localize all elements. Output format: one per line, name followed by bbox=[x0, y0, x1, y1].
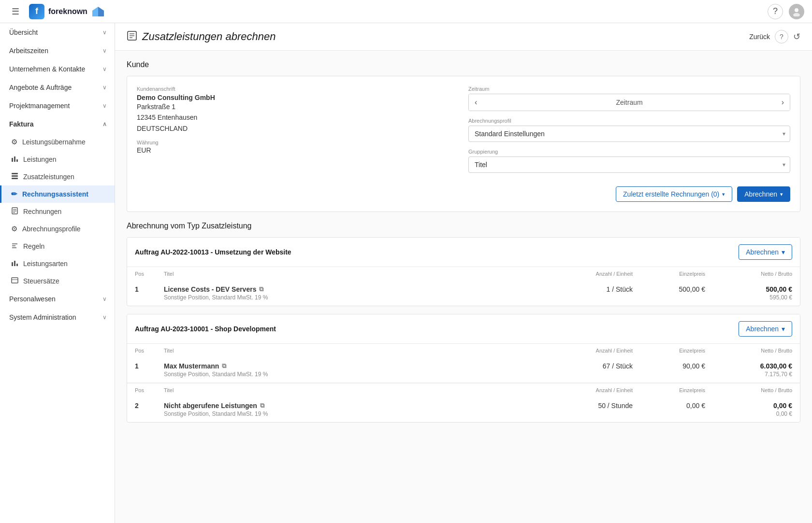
card-footer: Zuletzt erstellte Rechnungen (0) ▾ Abrec… bbox=[137, 181, 790, 202]
tax-icon bbox=[11, 277, 18, 285]
sidebar-item-label: Übersicht bbox=[9, 28, 38, 36]
sidebar-item-arbeitszeiten[interactable]: Arbeitszeiten ∨ bbox=[0, 42, 115, 60]
sidebar-item-personalwesen[interactable]: Personalwesen ∨ bbox=[0, 290, 115, 308]
svg-rect-17 bbox=[12, 262, 13, 266]
customer-street: Parkstraße 1 bbox=[137, 101, 459, 112]
sidebar-sub-label: Rechnungsassistent bbox=[22, 190, 88, 198]
period-prev-button[interactable]: ‹ bbox=[469, 94, 483, 111]
item-quantity: 67 / Stück bbox=[546, 362, 633, 370]
svg-marker-1 bbox=[92, 7, 98, 16]
order-header-1: Auftrag AU-2022-10013 - Umsetzung der We… bbox=[127, 238, 800, 267]
grouping-label: Gruppierung bbox=[468, 149, 790, 155]
pencil-icon: ✏ bbox=[11, 190, 17, 198]
item-title: Max Mustermann ⧉ bbox=[164, 362, 546, 370]
sidebar-item-label: Angebote & Aufträge bbox=[9, 84, 72, 91]
sidebar-item-label: Projektmanagement bbox=[9, 102, 70, 110]
item-total: 0,00 € 0,00 € bbox=[705, 402, 792, 417]
sidebar-item-label: Arbeitszeiten bbox=[9, 47, 48, 55]
item-subtitle: Sonstige Position, Standard MwSt. 19 % bbox=[164, 294, 546, 301]
help-button[interactable]: ? bbox=[768, 4, 783, 19]
col-title-header: Titel bbox=[164, 348, 546, 353]
bill-button[interactable]: Abrechnen ▾ bbox=[737, 186, 790, 202]
chevron-up-icon: ∧ bbox=[102, 121, 107, 127]
page-help-button[interactable]: ? bbox=[775, 30, 788, 43]
sidebar: Übersicht ∨ Arbeitszeiten ∨ Unternehmen … bbox=[0, 23, 115, 523]
item-total: 6.030,00 € 7.175,70 € bbox=[705, 362, 792, 378]
item-gross: 595,00 € bbox=[705, 294, 792, 301]
sidebar-sub-label: Regeln bbox=[23, 242, 44, 250]
table-icon bbox=[11, 172, 18, 181]
sidebar-item-faktura[interactable]: Faktura ∧ bbox=[0, 115, 115, 133]
copy-icon[interactable]: ⧉ bbox=[259, 285, 263, 293]
svg-rect-6 bbox=[16, 159, 18, 162]
sidebar-item-system-administration[interactable]: System Administration ∨ bbox=[0, 308, 115, 326]
grouping-select[interactable]: Titel bbox=[468, 156, 790, 173]
order-2-col-headers-2: Pos Titel Anzahl / Einheit Einzelpreis N… bbox=[127, 383, 800, 397]
order-header-2: Auftrag AU-2023-10001 - Shop Development… bbox=[127, 314, 800, 344]
sidebar-item-zusatzleistungen[interactable]: Zusatzleistungen bbox=[0, 168, 115, 185]
user-avatar[interactable] bbox=[789, 4, 804, 19]
order-1-col-headers: Pos Titel Anzahl / Einheit Einzelpreis N… bbox=[127, 267, 800, 281]
item-title-block: Nicht abgerufene Leistungen ⧉ Sonstige P… bbox=[164, 402, 546, 417]
period-next-button[interactable]: › bbox=[776, 94, 790, 111]
svg-marker-0 bbox=[98, 7, 104, 16]
item-pos: 1 bbox=[135, 285, 164, 293]
sidebar-item-steuersatze[interactable]: Steuersätze bbox=[0, 272, 115, 290]
dropdown-chevron-icon: ▾ bbox=[780, 191, 783, 198]
sidebar-item-ubersicht[interactable]: Übersicht ∨ bbox=[0, 23, 115, 42]
currency-label: Währung bbox=[137, 140, 459, 145]
col-pos-header: Pos bbox=[135, 348, 164, 353]
item-net: 0,00 € bbox=[705, 402, 792, 410]
chevron-down-icon: ∨ bbox=[102, 47, 107, 54]
dropdown-chevron-icon: ▾ bbox=[782, 248, 785, 256]
sidebar-item-leistungsarten[interactable]: Leistungsarten bbox=[0, 255, 115, 272]
copy-icon[interactable]: ⧉ bbox=[260, 402, 264, 410]
sidebar-item-rechnungsassistent[interactable]: ✏ Rechnungsassistent bbox=[0, 185, 115, 203]
item-title: License Costs - DEV Servers ⧉ bbox=[164, 285, 546, 293]
menu-button[interactable]: ☰ bbox=[8, 4, 23, 19]
billing-profile-label: Abrechnungsprofil bbox=[468, 118, 790, 124]
page-refresh-button[interactable]: ↺ bbox=[793, 31, 800, 42]
sidebar-sub-label: Abrechnungsprofile bbox=[22, 225, 81, 233]
svg-rect-9 bbox=[12, 178, 18, 179]
billing-profile-section: Abrechnungsprofil Standard Einstellungen bbox=[468, 118, 790, 142]
billing-profile-wrapper: Standard Einstellungen bbox=[468, 126, 790, 142]
sidebar-item-leistungen[interactable]: Leistungen bbox=[0, 151, 115, 168]
sidebar-sub-label: Leistungen bbox=[23, 155, 57, 163]
order-bill-button-1[interactable]: Abrechnen ▾ bbox=[739, 244, 792, 260]
order-bill-button-2[interactable]: Abrechnen ▾ bbox=[739, 321, 792, 337]
col-netgross-header: Netto / Brutto bbox=[705, 387, 792, 393]
item-total: 500,00 € 595,00 € bbox=[705, 285, 792, 301]
page-header-actions: Zurück ? ↺ bbox=[749, 30, 800, 43]
app-name: foreknown bbox=[48, 7, 87, 16]
period-section: Zeitraum ‹ Zeitraum › bbox=[468, 86, 790, 111]
billing-profile-select[interactable]: Standard Einstellungen bbox=[468, 126, 790, 142]
period-display: Zeitraum bbox=[483, 95, 775, 110]
back-button[interactable]: Zurück bbox=[749, 33, 770, 41]
address-label: Kundenanschrift bbox=[137, 86, 459, 92]
page-title-icon bbox=[127, 30, 137, 43]
svg-rect-20 bbox=[12, 278, 18, 283]
svg-rect-18 bbox=[14, 261, 15, 266]
sidebar-item-angebote[interactable]: Angebote & Aufträge ∨ bbox=[0, 78, 115, 97]
sidebar-sub-label: Leistungsübernahme bbox=[22, 138, 86, 146]
col-qty-header: Anzahl / Einheit bbox=[546, 271, 633, 277]
menu-icon: ☰ bbox=[12, 6, 19, 17]
content-body: Kunde Kundenanschrift Demo Consulting Gm… bbox=[115, 51, 812, 440]
copy-icon[interactable]: ⧉ bbox=[222, 362, 226, 370]
sidebar-item-label: Unternehmen & Kontakte bbox=[9, 65, 85, 73]
billing-section-title: Abrechnung vom Typ Zusatzleistung bbox=[127, 222, 800, 230]
customer-section-title: Kunde bbox=[127, 60, 800, 69]
item-unit-price: 0,00 € bbox=[633, 402, 705, 410]
customer-country: DEUTSCHLAND bbox=[137, 123, 459, 134]
customer-company-name: Demo Consulting GmbH bbox=[137, 94, 459, 101]
sidebar-item-projektmanagement[interactable]: Projektmanagement ∨ bbox=[0, 97, 115, 115]
recent-invoices-button[interactable]: Zuletzt erstellte Rechnungen (0) ▾ bbox=[616, 186, 732, 202]
sidebar-item-regeln[interactable]: Regeln bbox=[0, 238, 115, 255]
sidebar-item-rechnungen[interactable]: Rechnungen bbox=[0, 203, 115, 220]
sidebar-item-abrechnungsprofile[interactable]: ⚙ Abrechnungsprofile bbox=[0, 220, 115, 238]
sidebar-item-unternehmen[interactable]: Unternehmen & Kontakte ∨ bbox=[0, 60, 115, 78]
col-price-header: Einzelpreis bbox=[633, 271, 705, 277]
sidebar-item-leistungsuebernahme[interactable]: ⚙ Leistungsübernahme bbox=[0, 133, 115, 151]
item-gross: 7.175,70 € bbox=[705, 371, 792, 378]
